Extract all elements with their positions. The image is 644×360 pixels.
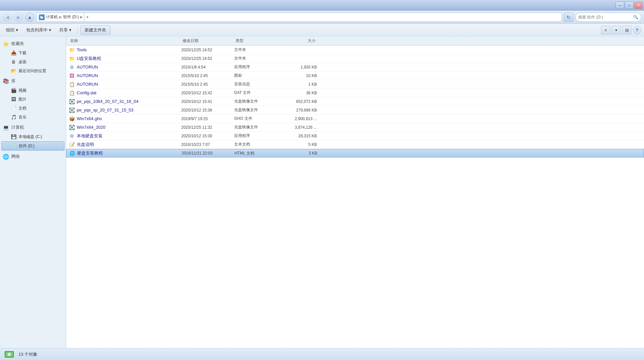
file-name-text: 本地硬盘安装 bbox=[77, 133, 103, 139]
sidebar-computer-header[interactable]: 💻 计算机 bbox=[0, 123, 66, 132]
sidebar-favorites-header[interactable]: ⭐ 收藏夹 bbox=[0, 39, 66, 48]
address-text: 计算机 ▶ 软件 (D:) ▶ bbox=[46, 14, 83, 20]
help-button[interactable]: ? bbox=[633, 26, 641, 34]
file-date-cell: 2020/12/25 11:32 bbox=[181, 125, 234, 130]
sidebar-item-d-drive[interactable]: 💿 软件 (D:) bbox=[1, 141, 64, 151]
d-drive-icon: 💿 bbox=[11, 143, 17, 149]
file-icon: 📋 bbox=[69, 81, 75, 87]
sidebar-library-header[interactable]: 📚 库 bbox=[0, 76, 66, 86]
main-area: ⭐ 收藏夹 📥 下载 🖥 桌面 📂 最近访问的位置 📚 库 bbox=[0, 36, 644, 348]
table-row[interactable]: ⚙ AUTORUN 2016/1/8 4:54 应用程序 1,926 KB bbox=[66, 63, 644, 71]
up-button[interactable]: ▲ bbox=[25, 13, 34, 22]
table-row[interactable]: 📁 Tools 2020/12/25 14:52 文件夹 bbox=[66, 46, 644, 54]
col-header-date[interactable]: 修改日期 bbox=[181, 36, 234, 45]
table-row[interactable]: 📋 Config.dat 2020/10/12 15:42 DAT 文件 36 … bbox=[66, 89, 644, 97]
file-name-text: Win7x64_2020 bbox=[77, 125, 106, 130]
refresh-button[interactable]: ↻ bbox=[564, 13, 573, 22]
svg-rect-2 bbox=[40, 16, 42, 17]
file-type-cell: 光盘映像文件 bbox=[234, 124, 277, 130]
address-drive[interactable]: 软件 (D:) bbox=[63, 14, 79, 20]
sidebar-item-recent[interactable]: 📂 最近访问的位置 bbox=[1, 67, 64, 75]
sidebar-item-music[interactable]: 🎵 音乐 bbox=[1, 113, 64, 121]
col-header-type[interactable]: 类型 bbox=[234, 36, 277, 45]
back-button[interactable]: ◀ bbox=[3, 13, 12, 22]
sidebar-item-c-drive[interactable]: 💾 本地磁盘 (C:) bbox=[1, 132, 64, 141]
view-controls: ≡ ▾ ▤ ? bbox=[601, 26, 641, 34]
svg-point-5 bbox=[8, 353, 11, 356]
file-name-cell: 📁 U盘安装教程 bbox=[69, 56, 181, 62]
new-folder-button[interactable]: 新建文件夹 bbox=[80, 25, 110, 35]
organize-button[interactable]: 组织 ▾ bbox=[3, 25, 21, 35]
file-icon: 📦 bbox=[69, 116, 75, 122]
file-icon: 💽 bbox=[69, 107, 75, 113]
sidebar-item-video[interactable]: 🎬 视频 bbox=[1, 86, 64, 95]
toolbar: 组织 ▾ 包含到库中 ▾ 共享 ▾ 新建文件夹 ≡ ▾ ▤ ? bbox=[0, 24, 644, 36]
address-dropdown-btn[interactable]: ▾ bbox=[84, 13, 91, 22]
address-bar[interactable]: 计算机 ▶ 软件 (D:) ▶ ▾ bbox=[36, 13, 562, 22]
table-row[interactable]: ⚙ 本地硬盘安装 2020/10/12 15:30 应用程序 28,315 KB bbox=[66, 132, 644, 140]
view-dropdown-button[interactable]: ▾ bbox=[612, 26, 621, 34]
file-area: 名称 修改日期 类型 大小 📁 Tools 2020/12/25 14:52 文… bbox=[66, 36, 644, 348]
address-computer[interactable]: 计算机 bbox=[46, 14, 58, 20]
file-size-cell: 279,696 KB bbox=[277, 108, 317, 112]
file-name-cell: 💽 Win7x64_2020 bbox=[69, 124, 181, 130]
search-input[interactable] bbox=[578, 15, 632, 20]
file-type-cell: GHO 文件 bbox=[234, 116, 277, 121]
sidebar-item-documents[interactable]: 📄 文档 bbox=[1, 104, 64, 112]
download-icon: 📥 bbox=[11, 50, 17, 56]
table-row[interactable]: 💽 pe_yqs_xp_20_07_31_15_53 2020/10/12 15… bbox=[66, 106, 644, 114]
file-type-cell: 文件夹 bbox=[234, 47, 277, 53]
recent-icon: 📂 bbox=[11, 68, 17, 74]
file-name-text: Tools bbox=[77, 47, 87, 52]
forward-button[interactable]: ▶ bbox=[14, 13, 23, 22]
sidebar-item-download[interactable]: 📥 下载 bbox=[1, 49, 64, 57]
file-type-cell: 光盘映像文件 bbox=[234, 99, 277, 104]
share-button[interactable]: 共享 ▾ bbox=[56, 25, 75, 35]
file-name-text: pe_yqs_1064_20_07_31_16_04 bbox=[77, 99, 139, 104]
file-icon: 💽 bbox=[69, 124, 75, 130]
search-icon[interactable]: 🔍 bbox=[633, 15, 638, 20]
address-icon bbox=[39, 14, 45, 20]
file-size-cell: 3,874,126 ... bbox=[277, 125, 317, 130]
table-row[interactable]: 🖼 AUTORUN 2015/5/10 2:45 图标 10 KB bbox=[66, 71, 644, 80]
minimize-button[interactable]: ─ bbox=[616, 2, 624, 9]
file-date-cell: 2020/10/12 15:42 bbox=[181, 91, 234, 95]
file-date-cell: 2020/12/25 14:52 bbox=[181, 48, 234, 52]
file-type-cell: 文本文档 bbox=[234, 142, 277, 147]
file-icon: 📝 bbox=[69, 142, 75, 148]
status-icon bbox=[4, 349, 15, 360]
view-list-button[interactable]: ≡ bbox=[601, 26, 610, 34]
sidebar-network-header[interactable]: 🌐 网络 bbox=[0, 152, 66, 161]
table-row[interactable]: 📝 光盘说明 2016/10/23 7:07 文本文档 5 KB bbox=[66, 140, 644, 149]
col-header-size[interactable]: 大小 bbox=[277, 36, 317, 45]
status-text: 13 个对象 bbox=[19, 351, 37, 357]
table-row[interactable]: 💽 pe_yqs_1064_20_07_31_16_04 2020/10/12 … bbox=[66, 97, 644, 106]
table-row[interactable]: 📁 U盘安装教程 2020/12/25 14:52 文件夹 bbox=[66, 54, 644, 63]
file-name-text: Config.dat bbox=[77, 90, 96, 95]
file-date-cell: 2015/5/10 2:45 bbox=[181, 73, 234, 78]
maximize-button[interactable]: □ bbox=[625, 2, 633, 9]
file-name-cell: ⚙ AUTORUN bbox=[69, 64, 181, 70]
file-name-cell: 📝 光盘说明 bbox=[69, 142, 181, 148]
file-icon: 💽 bbox=[69, 99, 75, 105]
c-drive-icon: 💾 bbox=[11, 134, 17, 140]
file-icon: 📁 bbox=[69, 47, 75, 53]
file-name-cell: 💽 pe_yqs_xp_20_07_31_15_53 bbox=[69, 107, 181, 113]
file-name-cell: 📋 Config.dat bbox=[69, 90, 181, 96]
sidebar-item-desktop[interactable]: 🖥 桌面 bbox=[1, 58, 64, 66]
table-row[interactable]: 🌐 硬盘安装教程 2016/11/21 22:03 HTML 文档 3 KB bbox=[66, 149, 644, 158]
close-button[interactable]: ✕ bbox=[634, 2, 643, 9]
file-name-cell: 📁 Tools bbox=[69, 47, 181, 53]
table-row[interactable]: 📦 Win7x64.gho 2019/9/7 19:25 GHO 文件 2,90… bbox=[66, 114, 644, 123]
table-row[interactable]: 💽 Win7x64_2020 2020/12/25 11:32 光盘映像文件 3… bbox=[66, 123, 644, 132]
include-library-button[interactable]: 包含到库中 ▾ bbox=[23, 25, 55, 35]
file-icon: ⚙ bbox=[69, 133, 75, 139]
preview-pane-button[interactable]: ▤ bbox=[622, 26, 631, 34]
file-size-cell: 1 KB bbox=[277, 82, 317, 87]
video-icon: 🎬 bbox=[11, 87, 17, 93]
file-date-cell: 2016/11/21 22:03 bbox=[182, 151, 235, 156]
file-icon: 🖼 bbox=[69, 73, 75, 79]
col-header-name[interactable]: 名称 bbox=[69, 36, 181, 45]
sidebar-item-pictures[interactable]: 🖼 图片 bbox=[1, 95, 64, 104]
table-row[interactable]: 📋 AUTORUN 2015/5/10 2:45 安装信息 1 KB bbox=[66, 80, 644, 89]
